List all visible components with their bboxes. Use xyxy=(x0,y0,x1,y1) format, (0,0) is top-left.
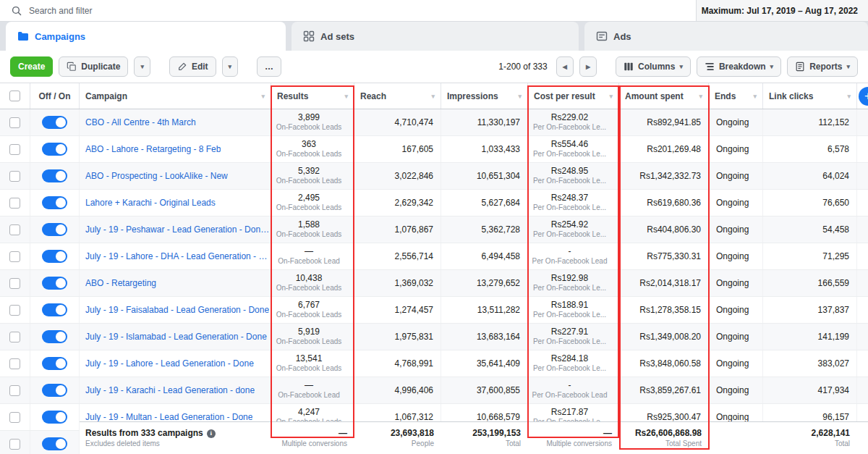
reach-value: 4,710,474 xyxy=(395,117,433,127)
row-checkbox[interactable] xyxy=(9,305,20,316)
link-clicks-value: 96,157 xyxy=(822,412,849,422)
row-checkbox[interactable] xyxy=(9,385,20,396)
results-value: — xyxy=(305,246,313,257)
table-row[interactable]: July - 19 - Lahore - DHA - Lead Generati… xyxy=(0,243,868,270)
campaign-link[interactable]: ABO - Lahore - Retargeting - 8 Feb xyxy=(85,144,221,154)
header-link-clicks[interactable]: Link clicks ▾ xyxy=(763,83,857,109)
campaign-toggle[interactable] xyxy=(42,196,67,209)
impressions-value: 1,033,433 xyxy=(482,144,520,154)
header-amount-spent[interactable]: Amount spent ▾ xyxy=(619,83,709,109)
campaign-toggle[interactable] xyxy=(42,411,67,424)
search-input[interactable] xyxy=(29,6,318,16)
row-checkbox[interactable] xyxy=(9,171,20,182)
amount-spent-value: Rs3,859,267.61 xyxy=(639,385,701,395)
edit-button[interactable]: Edit xyxy=(169,56,216,77)
cost-per-result-sublabel: Per On-Facebook Le... xyxy=(533,284,606,293)
campaign-toggle[interactable] xyxy=(42,250,67,263)
table-row[interactable]: ABO - Lahore - Retargeting - 8 Feb 363 O… xyxy=(0,136,868,163)
table-row[interactable]: ABO - Prospecting - LookAlike - New 5,39… xyxy=(0,163,868,190)
duplicate-button[interactable]: Duplicate xyxy=(59,56,128,77)
header-ends[interactable]: Ends ▾ xyxy=(709,83,763,109)
info-icon[interactable] xyxy=(207,429,216,438)
campaign-link[interactable]: July - 19 - Lahore - Lead Generation - D… xyxy=(85,358,254,369)
header-cost-per-result[interactable]: Cost per result ▾ xyxy=(528,83,619,109)
campaign-toggle[interactable] xyxy=(42,223,67,236)
table-row[interactable]: CBO - All Centre - 4th March 3,899 On-Fa… xyxy=(0,109,868,136)
edit-pencil-icon xyxy=(177,62,187,72)
table-row[interactable]: July - 19 - Karachi - Lead Generation - … xyxy=(0,377,868,404)
header-impressions[interactable]: Impressions ▾ xyxy=(441,83,528,109)
campaign-toggle[interactable] xyxy=(42,437,67,450)
table-row[interactable]: ABO - Retargeting 10,438 On-Facebook Lea… xyxy=(0,270,868,297)
row-checkbox[interactable] xyxy=(9,278,20,289)
columns-button[interactable]: Columns ▾ xyxy=(616,56,691,77)
next-page-button[interactable]: ▶ xyxy=(579,56,597,77)
date-range-filter[interactable]: Maximum: Jul 17, 2019 – Aug 17, 2022 xyxy=(696,0,868,21)
campaign-toggle[interactable] xyxy=(42,143,67,156)
impressions-value: 5,362,728 xyxy=(482,224,520,235)
row-checkbox[interactable] xyxy=(9,251,20,262)
campaign-link[interactable]: July - 19 - Islamabad - Lead Generation … xyxy=(85,332,267,342)
table-row[interactable]: July - 19 - Lahore - Lead Generation - D… xyxy=(0,350,868,377)
campaign-link[interactable]: July - 19 - Peshawar - Lead Generation -… xyxy=(85,224,271,235)
row-checkbox[interactable] xyxy=(9,144,20,155)
results-value: 363 xyxy=(302,139,316,150)
prev-page-button[interactable]: ◀ xyxy=(556,56,574,77)
table-row[interactable]: July - 19 - Islamabad - Lead Generation … xyxy=(0,324,868,350)
campaign-toggle[interactable] xyxy=(42,384,67,397)
results-sublabel: On-Facebook Leads xyxy=(276,203,342,213)
table-row[interactable]: July - 19 - Faisalabad - Lead Generation… xyxy=(0,297,868,324)
results-value: 1,588 xyxy=(298,219,320,230)
tab-ads[interactable]: Ads xyxy=(584,22,868,51)
campaign-toggle[interactable] xyxy=(42,330,67,343)
reach-value: 2,556,714 xyxy=(395,251,433,261)
campaign-link[interactable]: Lahore + Karachi - Original Leads xyxy=(85,198,216,208)
duplicate-caret-button[interactable]: ▾ xyxy=(134,56,150,77)
ends-value: Ongoing xyxy=(716,144,749,154)
tab-campaigns[interactable]: Campaigns xyxy=(6,22,286,51)
row-checkbox[interactable] xyxy=(9,332,20,342)
results-sublabel: On-Facebook Lead xyxy=(278,391,340,400)
select-all-checkbox[interactable] xyxy=(9,91,20,101)
row-checkbox[interactable] xyxy=(9,224,20,235)
ends-value: Ongoing xyxy=(716,332,749,342)
breakdown-button[interactable]: Breakdown ▾ xyxy=(697,56,781,77)
campaign-toggle[interactable] xyxy=(42,303,67,316)
table-row[interactable]: Lahore + Karachi - Original Leads 2,495 … xyxy=(0,190,868,217)
tab-ad-sets-label: Ad sets xyxy=(320,31,354,42)
amount-spent-value: Rs3,848,060.58 xyxy=(639,358,701,369)
campaign-toggle[interactable] xyxy=(42,116,67,129)
campaign-link[interactable]: July - 19 - Multan - Lead Generation - D… xyxy=(85,412,252,422)
cost-per-result-value: Rs254.92 xyxy=(551,219,588,230)
campaign-link[interactable]: July - 19 - Lahore - DHA - Lead Generati… xyxy=(85,251,271,261)
amount-spent-value: Rs1,278,358.15 xyxy=(639,305,701,315)
row-checkbox[interactable] xyxy=(9,412,20,423)
header-campaign-label: Campaign xyxy=(85,91,127,101)
ends-value: Ongoing xyxy=(716,198,749,208)
header-results[interactable]: Results ▾ xyxy=(271,83,354,109)
amount-spent-total: Rs26,606,868.98 xyxy=(635,428,702,440)
table-row[interactable]: July - 19 - Peshawar - Lead Generation -… xyxy=(0,217,868,243)
campaign-toggle[interactable] xyxy=(42,169,67,182)
row-checkbox[interactable] xyxy=(9,198,20,209)
campaign-link[interactable]: ABO - Retargeting xyxy=(85,278,156,288)
edit-caret-button[interactable]: ▾ xyxy=(222,56,239,77)
campaign-toggle[interactable] xyxy=(42,357,67,370)
row-checkbox[interactable] xyxy=(9,439,20,450)
reports-button[interactable]: Reports ▾ xyxy=(787,56,858,77)
create-button[interactable]: Create xyxy=(10,56,53,77)
campaign-toggle[interactable] xyxy=(42,277,67,290)
campaign-link[interactable]: July - 19 - Karachi - Lead Generation - … xyxy=(85,385,255,395)
header-campaign[interactable]: Campaign ▾ xyxy=(80,83,271,109)
row-checkbox[interactable] xyxy=(9,117,20,128)
more-actions-button[interactable]: … xyxy=(257,56,281,77)
ends-value: Ongoing xyxy=(716,224,749,235)
tab-ad-sets[interactable]: Ad sets xyxy=(292,22,579,51)
campaign-link[interactable]: July - 19 - Faisalabad - Lead Generation… xyxy=(85,305,269,315)
campaign-link[interactable]: ABO - Prospecting - LookAlike - New xyxy=(85,171,228,181)
campaign-link[interactable]: CBO - All Centre - 4th March xyxy=(85,117,196,127)
row-checkbox[interactable] xyxy=(9,358,20,369)
edit-button-label: Edit xyxy=(192,62,208,72)
results-value: 3,899 xyxy=(298,112,320,123)
header-reach[interactable]: Reach ▾ xyxy=(354,83,441,109)
